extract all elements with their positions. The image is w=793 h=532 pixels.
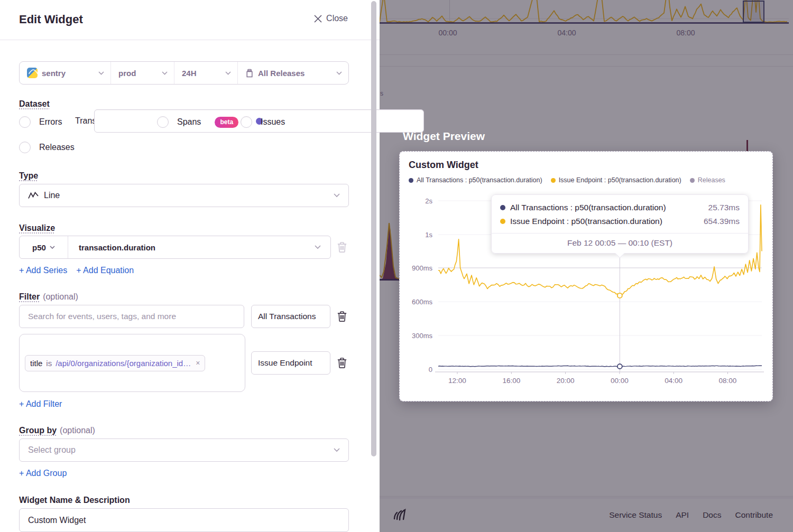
chevron-down-icon <box>50 246 55 249</box>
svg-text:900ms: 900ms <box>412 264 433 272</box>
chevron-down-icon <box>334 193 340 198</box>
alias-value: All Transactions <box>258 312 316 321</box>
edit-widget-drawer: Edit Widget Close sentry prod 24H <box>0 0 380 532</box>
filter-label-text: Filter <box>19 292 40 301</box>
widget-name-input[interactable]: Custom Widget <box>19 508 349 532</box>
svg-text:16:00: 16:00 <box>502 377 520 385</box>
tooltip-series-label: Issue Endpoint : p50(transaction.duratio… <box>510 217 662 226</box>
dataset-option-transactions[interactable]: Transactions <box>75 116 123 126</box>
group-by-label: Group by(optional) <box>19 426 95 435</box>
chevron-down-icon <box>225 71 231 75</box>
filter-optional-text: (optional) <box>43 292 78 301</box>
close-icon <box>314 15 322 23</box>
project-filter[interactable]: sentry <box>20 62 110 84</box>
type-select-value: Line <box>44 191 60 200</box>
radio-label: Issues <box>261 117 285 127</box>
radio-icon <box>157 116 169 128</box>
group-by-select[interactable]: Select group <box>19 438 349 462</box>
svg-text:04:00: 04:00 <box>665 377 683 385</box>
radio-icon <box>19 142 31 153</box>
date-range-filter[interactable]: 24H <box>174 62 237 84</box>
aggregate-value: p50 <box>32 243 46 252</box>
chart-tooltip: All Transactions : p50(transaction.durat… <box>491 194 749 254</box>
token-key: title <box>30 359 42 368</box>
svg-text:08:00: 08:00 <box>719 377 737 385</box>
release-icon <box>245 69 254 78</box>
widget-name-label: Widget Name & Description <box>19 496 130 505</box>
tooltip-row-all-transactions: All Transactions : p50(transaction.durat… <box>500 201 740 214</box>
add-filter-link[interactable]: + Add Filter <box>19 399 62 409</box>
group-by-placeholder: Select group <box>28 445 76 455</box>
add-equation-link[interactable]: + Add Equation <box>76 266 134 275</box>
radio-label: Errors <box>39 117 62 127</box>
filter-token[interactable]: title is /api/0/organizations/{organizat… <box>25 355 205 371</box>
environment-filter-value: prod <box>118 69 136 78</box>
filter-alias-all-transactions[interactable]: All Transactions <box>251 305 330 328</box>
group-by-label-text: Group by <box>19 426 57 435</box>
visualize-label: Visualize <box>19 223 55 233</box>
preview-line-chart[interactable]: 0300ms600ms900ms1s2s12:0016:0020:0000:00… <box>400 152 772 401</box>
drawer-header: Edit Widget Close <box>0 0 380 40</box>
visualize-control: p50 transaction.duration <box>19 236 331 259</box>
filter-search-input[interactable]: Search for events, users, tags, and more <box>19 305 244 328</box>
chevron-down-icon <box>98 71 104 75</box>
close-button[interactable]: Close <box>314 14 348 23</box>
project-filter-value: sentry <box>42 69 66 78</box>
svg-text:00:00: 00:00 <box>611 377 629 385</box>
drawer-scrollbar[interactable] <box>371 1 376 456</box>
add-group-link[interactable]: + Add Group <box>19 469 67 478</box>
dataset-label: Dataset <box>19 99 50 109</box>
alias-value: Issue Endpoint <box>258 358 312 368</box>
page-filter-bar: sentry prod 24H All Releases <box>19 61 349 85</box>
radio-label: Spans <box>177 117 201 127</box>
add-series-link[interactable]: + Add Series <box>19 266 67 275</box>
beta-badge: beta <box>215 117 238 128</box>
svg-text:2s: 2s <box>425 197 432 205</box>
token-value: /api/0/organizations/{organization_id… <box>56 359 191 368</box>
type-label: Type <box>19 171 38 181</box>
tooltip-series-value: 654.39ms <box>704 217 740 226</box>
date-range-filter-value: 24H <box>182 69 197 78</box>
line-chart-icon <box>28 192 39 199</box>
dataset-option-releases[interactable]: Releases <box>19 142 75 153</box>
group-by-optional-text: (optional) <box>60 426 95 435</box>
aggregate-select[interactable]: p50 <box>20 236 68 258</box>
dataset-option-errors[interactable]: Errors <box>19 116 62 128</box>
releases-filter-value: All Releases <box>258 69 305 78</box>
svg-text:0: 0 <box>429 366 432 374</box>
token-remove-icon[interactable]: × <box>195 359 200 367</box>
search-placeholder: Search for events, users, tags, and more <box>28 312 176 321</box>
svg-text:300ms: 300ms <box>412 332 433 340</box>
filter-label: Filter(optional) <box>19 292 78 302</box>
filter-query-input[interactable]: title is /api/0/organizations/{organizat… <box>19 334 245 392</box>
svg-text:600ms: 600ms <box>412 298 433 306</box>
dataset-option-spans[interactable]: Spans beta <box>157 116 238 128</box>
tooltip-row-issue-endpoint: Issue Endpoint : p50(transaction.duratio… <box>500 214 740 228</box>
tooltip-dot-navy <box>500 205 505 210</box>
tooltip-dot-yellow <box>500 219 505 224</box>
filter-alias-issue-endpoint[interactable]: Issue Endpoint <box>251 351 330 375</box>
field-select[interactable]: transaction.duration <box>68 236 330 258</box>
field-value: transaction.duration <box>79 243 155 252</box>
drawer-title: Edit Widget <box>19 13 83 26</box>
python-project-icon <box>27 68 38 78</box>
token-operator: is <box>46 359 52 368</box>
releases-filter[interactable]: All Releases <box>237 62 348 84</box>
delete-filter-trash-icon[interactable] <box>337 357 347 369</box>
radio-label: Releases <box>39 143 75 152</box>
radio-icon <box>19 116 31 128</box>
svg-text:12:00: 12:00 <box>448 377 466 385</box>
dataset-option-issues[interactable]: Issues <box>241 116 285 128</box>
delete-series-trash-icon <box>337 241 347 253</box>
radio-icon <box>241 116 252 128</box>
delete-filter-trash-icon[interactable] <box>337 311 347 322</box>
svg-text:20:00: 20:00 <box>557 377 575 385</box>
tooltip-series-value: 25.73ms <box>708 203 740 212</box>
widget-name-value: Custom Widget <box>28 516 86 525</box>
tooltip-series-label: All Transactions : p50(transaction.durat… <box>510 203 666 212</box>
type-select[interactable]: Line <box>19 184 349 207</box>
chevron-down-icon <box>336 71 342 75</box>
chevron-down-icon <box>162 71 168 75</box>
environment-filter[interactable]: prod <box>110 62 174 84</box>
chevron-down-icon <box>334 448 340 452</box>
